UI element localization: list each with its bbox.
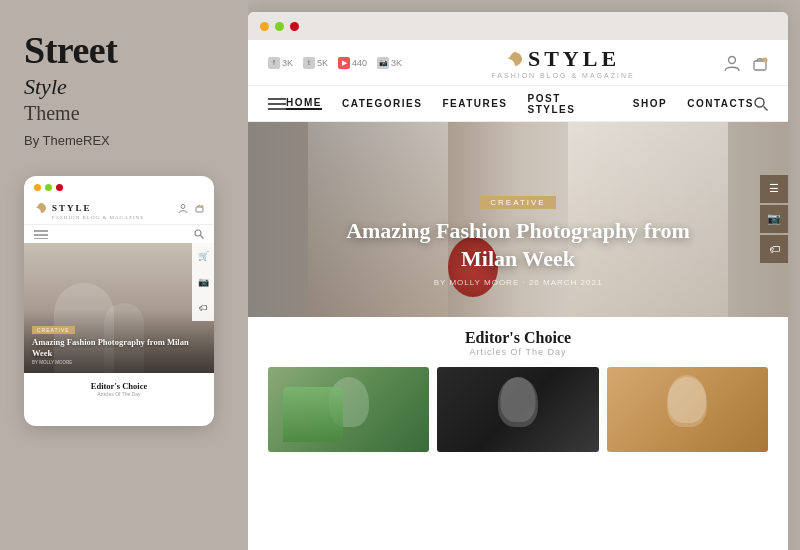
svg-point-6 bbox=[195, 230, 201, 236]
mobile-editors-title: Editor's Choice bbox=[34, 381, 204, 391]
mobile-header-icons bbox=[178, 203, 204, 213]
hero-meta: BY MOLLY MOORE · 26 MARCH 2021 bbox=[248, 278, 788, 287]
social-links: f 3K t 5K ▶ 440 📷 3K bbox=[268, 57, 402, 69]
by-text: By ThemeREX bbox=[24, 133, 224, 148]
instagram-count: 3K bbox=[391, 58, 402, 68]
nav-contacts[interactable]: CONTACTS bbox=[687, 98, 754, 109]
svg-point-0 bbox=[181, 205, 185, 209]
editors-section: Editor's Choice Articles Of The Day bbox=[248, 317, 788, 462]
youtube-count: 440 bbox=[352, 58, 367, 68]
mobile-dot-red bbox=[34, 184, 41, 191]
mobile-dot-green bbox=[56, 184, 63, 191]
nav-post-styles[interactable]: POST STYLES bbox=[528, 93, 613, 115]
creative-badge: CREATIVE bbox=[480, 196, 555, 209]
floating-btn-3[interactable]: 🏷 bbox=[760, 235, 788, 263]
floating-buttons: ☰ 📷 🏷 bbox=[760, 175, 788, 265]
header-actions: 1 bbox=[724, 55, 768, 71]
site-topbar: f 3K t 5K ▶ 440 📷 3K STYLE bbox=[248, 40, 788, 86]
site-navbar: HOME CATEGORIES FEATURES POST STYLES SHO… bbox=[248, 86, 788, 122]
mobile-hero: CREATIVE Amazing Fashion Photography fro… bbox=[24, 243, 214, 373]
mobile-cart-btn[interactable]: 🛒 bbox=[192, 243, 214, 269]
brand-theme: Theme bbox=[24, 102, 224, 125]
mobile-creative-badge: CREATIVE bbox=[32, 326, 75, 334]
browser-window: f 3K t 5K ▶ 440 📷 3K STYLE bbox=[248, 12, 788, 550]
mobile-logo-subtext: FASHION BLOG & MAGAZINE bbox=[52, 215, 144, 220]
mobile-menu-icon bbox=[34, 229, 48, 239]
browser-dot-red bbox=[260, 22, 269, 31]
site-logo: STYLE FASHION BLOG & MAGAZINE bbox=[491, 46, 634, 79]
facebook-count: 3K bbox=[282, 58, 293, 68]
svg-point-8 bbox=[728, 56, 735, 63]
mobile-dot-yellow bbox=[45, 184, 52, 191]
hero-title: Amazing Fashion Photography from Milan W… bbox=[343, 217, 693, 272]
mobile-hero-overlay: CREATIVE Amazing Fashion Photography fro… bbox=[24, 310, 214, 372]
browser-dot-yellow bbox=[275, 22, 284, 31]
facebook-link[interactable]: f 3K bbox=[268, 57, 293, 69]
site-logo-text: STYLE bbox=[528, 46, 620, 72]
youtube-link[interactable]: ▶ 440 bbox=[338, 57, 367, 69]
youtube-icon: ▶ bbox=[338, 57, 350, 69]
mobile-tag-btn[interactable]: 🏷 bbox=[192, 295, 214, 321]
nav-shop[interactable]: SHOP bbox=[633, 98, 667, 109]
mobile-user-icon bbox=[178, 203, 188, 213]
hero-section: CREATIVE Amazing Fashion Photography fro… bbox=[248, 122, 788, 317]
editor-card-2[interactable] bbox=[437, 367, 598, 452]
left-panel: Street Style Theme By ThemeREX STYLE FAS… bbox=[0, 0, 248, 550]
mobile-editors: Editor's Choice Articles Of The Day bbox=[24, 373, 214, 401]
mobile-photo-btn[interactable]: 📷 bbox=[192, 269, 214, 295]
nav-links: HOME CATEGORIES FEATURES POST STYLES SHO… bbox=[286, 93, 754, 115]
instagram-link[interactable]: 📷 3K bbox=[377, 57, 402, 69]
nav-home[interactable]: HOME bbox=[286, 97, 322, 110]
editors-header: Editor's Choice Articles Of The Day bbox=[268, 329, 768, 357]
svg-point-15 bbox=[755, 98, 764, 107]
mobile-hero-meta: BY MOLLY MOORE bbox=[32, 360, 206, 365]
mobile-dots bbox=[24, 176, 214, 195]
svg-line-7 bbox=[201, 235, 204, 238]
svg-line-16 bbox=[764, 106, 768, 110]
menu-icon[interactable] bbox=[268, 97, 286, 111]
svg-point-2 bbox=[201, 205, 204, 208]
editor-card-1[interactable] bbox=[268, 367, 429, 452]
mobile-header: STYLE FASHION BLOG & MAGAZINE bbox=[24, 195, 214, 225]
mobile-logo: STYLE FASHION BLOG & MAGAZINE bbox=[52, 197, 144, 220]
mobile-cart-icon bbox=[194, 203, 204, 213]
browser-titlebar bbox=[248, 12, 788, 40]
hero-content: CREATIVE Amazing Fashion Photography fro… bbox=[248, 191, 788, 287]
editors-title: Editor's Choice bbox=[268, 329, 768, 347]
browser-dot-green bbox=[290, 22, 299, 31]
mobile-search-icon bbox=[194, 229, 204, 239]
mobile-nav-bar bbox=[24, 225, 214, 243]
brand-subtitle: Style bbox=[24, 74, 224, 100]
nav-categories[interactable]: CATEGORIES bbox=[342, 98, 422, 109]
instagram-icon: 📷 bbox=[377, 57, 389, 69]
facebook-icon: f bbox=[268, 57, 280, 69]
search-icon[interactable] bbox=[754, 97, 768, 111]
brand-title: Street bbox=[24, 30, 224, 72]
mobile-preview: STYLE FASHION BLOG & MAGAZINE bbox=[24, 176, 214, 426]
editors-sub: Articles Of The Day bbox=[268, 347, 768, 357]
twitter-link[interactable]: t 5K bbox=[303, 57, 328, 69]
site-logo-subtext: FASHION BLOG & MAGAZINE bbox=[491, 72, 634, 79]
mobile-logo-text: STYLE bbox=[52, 203, 92, 213]
twitter-count: 5K bbox=[317, 58, 328, 68]
floating-btn-1[interactable]: ☰ bbox=[760, 175, 788, 203]
mobile-action-buttons: 🛒 📷 🏷 bbox=[192, 243, 214, 373]
site-logo-main: STYLE bbox=[506, 46, 620, 72]
floating-btn-2[interactable]: 📷 bbox=[760, 205, 788, 233]
editors-grid bbox=[268, 367, 768, 452]
mobile-hero-title: Amazing Fashion Photography from Milan W… bbox=[32, 337, 206, 357]
twitter-icon: t bbox=[303, 57, 315, 69]
cart-icon[interactable]: 1 bbox=[752, 55, 768, 71]
nav-features[interactable]: FEATURES bbox=[442, 98, 507, 109]
mobile-editors-sub: Articles Of The Day bbox=[34, 391, 204, 397]
editor-card-3[interactable] bbox=[607, 367, 768, 452]
user-icon[interactable] bbox=[724, 55, 740, 71]
logo-leaf-icon bbox=[506, 50, 524, 68]
mobile-leaf-icon bbox=[34, 201, 48, 215]
mobile-logo-area: STYLE FASHION BLOG & MAGAZINE bbox=[34, 197, 144, 220]
